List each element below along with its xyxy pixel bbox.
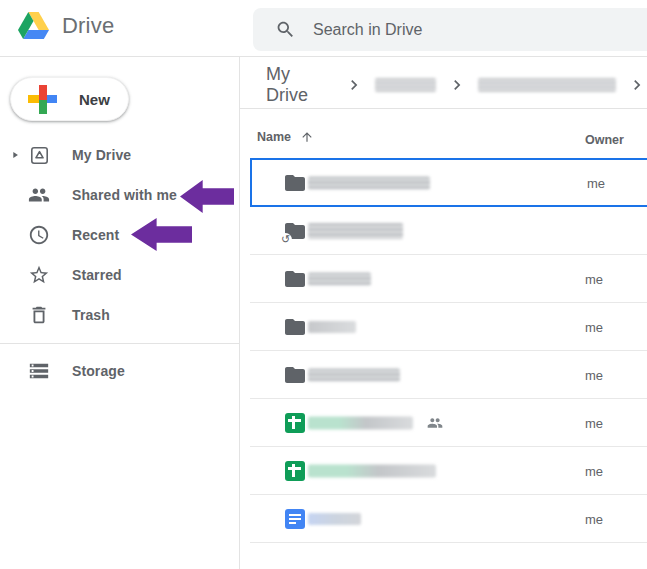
name-column-header[interactable]: Name xyxy=(257,130,314,144)
folder-icon xyxy=(283,171,307,195)
sidebar-item-my-drive[interactable]: My Drive xyxy=(0,135,240,175)
sidebar-item-label: Recent xyxy=(72,227,119,243)
sidebar-item-starred[interactable]: Starred xyxy=(0,255,240,295)
file-name-redacted xyxy=(308,464,436,477)
sidebar-item-label: Starred xyxy=(72,267,122,283)
star-icon xyxy=(28,264,50,286)
google-sheets-icon xyxy=(283,459,307,483)
sidebar: New My DriveShared with meRecentStarredT… xyxy=(0,57,240,569)
file-name-redacted xyxy=(308,176,430,189)
sort-ascending-icon[interactable] xyxy=(300,130,314,144)
shared-people-icon xyxy=(427,415,443,431)
file-row[interactable]: me xyxy=(250,303,647,351)
trash-icon xyxy=(28,304,50,326)
owner-cell: me xyxy=(585,367,603,382)
owner-cell: me xyxy=(587,175,605,190)
clock-icon xyxy=(28,224,50,246)
app-header: Drive xyxy=(0,0,647,57)
breadcrumb-redacted-segment[interactable] xyxy=(478,78,616,92)
breadcrumb-redacted-segment[interactable] xyxy=(375,78,436,92)
chevron-right-icon xyxy=(447,75,467,95)
owner-cell: me xyxy=(585,271,603,286)
sidebar-item-label: Storage xyxy=(72,363,125,379)
sidebar-item-trash[interactable]: Trash xyxy=(0,295,240,335)
new-button-label: New xyxy=(79,91,110,108)
file-row[interactable]: me xyxy=(250,351,647,399)
file-row[interactable]: me xyxy=(250,255,647,303)
file-name-redacted xyxy=(308,368,400,381)
sidebar-divider xyxy=(0,343,240,344)
chevron-right-icon xyxy=(344,75,364,95)
new-plus-icon xyxy=(28,85,57,114)
search-input[interactable] xyxy=(311,20,615,40)
search-icon[interactable] xyxy=(275,19,296,40)
new-button[interactable]: New xyxy=(10,77,129,121)
breadcrumb: My Drive xyxy=(266,70,647,100)
owner-cell: me xyxy=(585,463,603,478)
sidebar-item-storage[interactable]: Storage xyxy=(0,351,240,391)
file-row[interactable]: me xyxy=(250,495,647,543)
owner-cell: me xyxy=(585,415,603,430)
chevron-right-icon xyxy=(627,75,647,95)
my-drive-icon xyxy=(28,145,50,166)
app-title: Drive xyxy=(62,13,114,39)
file-name-redacted xyxy=(308,272,371,285)
people-icon xyxy=(28,184,50,206)
file-name-redacted xyxy=(308,321,356,333)
drive-logo-icon xyxy=(18,12,49,39)
google-sheets-icon xyxy=(283,411,307,435)
drive-home-link[interactable]: Drive xyxy=(18,12,114,39)
sidebar-item-label: My Drive xyxy=(72,147,131,163)
file-name-redacted xyxy=(308,223,403,239)
sidebar-nav: My DriveShared with meRecentStarredTrash xyxy=(0,135,240,335)
folder-icon xyxy=(283,363,307,387)
sidebar-item-recent[interactable]: Recent xyxy=(0,215,240,255)
file-row[interactable]: me xyxy=(250,158,647,207)
sidebar-item-label: Trash xyxy=(72,307,110,323)
file-name-redacted xyxy=(308,513,361,525)
owner-cell: me xyxy=(585,319,603,334)
breadcrumb-divider xyxy=(240,108,647,109)
main-content: My Drive Name Owner xyxy=(240,57,647,569)
google-docs-icon xyxy=(283,507,307,531)
owner-column-header[interactable]: Owner xyxy=(585,130,624,148)
file-row[interactable]: me xyxy=(250,447,647,495)
storage-icon xyxy=(28,360,50,382)
sidebar-item-label: Shared with me xyxy=(72,187,177,203)
folder-icon: ↺ xyxy=(283,219,307,243)
google-drive-app: Drive New My DriveShared with meRecentSt… xyxy=(0,0,647,569)
file-list: me↺memememememe xyxy=(250,158,647,543)
breadcrumb-my-drive[interactable]: My Drive xyxy=(266,64,333,106)
folder-icon xyxy=(283,267,307,291)
file-row[interactable]: ↺ xyxy=(250,207,647,255)
file-row[interactable]: me xyxy=(250,399,647,447)
search-bar[interactable] xyxy=(253,8,647,51)
table-column-headers: Name Owner xyxy=(240,127,647,153)
caret-right-icon[interactable] xyxy=(10,150,28,160)
folder-icon xyxy=(283,315,307,339)
owner-cell: me xyxy=(585,511,603,526)
file-name-redacted xyxy=(308,416,413,429)
sync-pending-icon: ↺ xyxy=(279,233,292,246)
